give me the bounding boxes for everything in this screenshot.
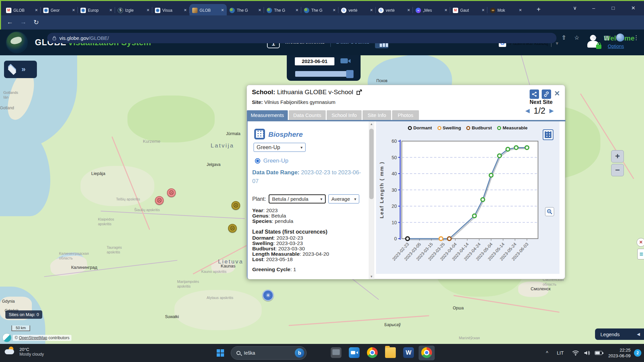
address-bar[interactable]: vis.globe.gov/GLOBE/ [47,33,556,43]
browser-tab-12[interactable]: MGaut✕ [450,4,487,16]
tab-close-icon[interactable]: ✕ [109,8,112,12]
date-slider-handle[interactable] [346,70,354,78]
site-marker-olive[interactable]: ☹ [228,224,237,233]
greenup-radio[interactable] [255,158,260,164]
tab-close-icon[interactable]: ✕ [147,8,150,12]
profile-avatar[interactable] [616,34,624,42]
notification-badge[interactable]: 2 [634,349,641,357]
tab-site-info[interactable]: Site Info [363,110,391,120]
browser-tab-9[interactable]: Gvertė✕ [338,4,376,16]
browser-tab-8[interactable]: The G✕ [301,4,338,16]
data-point-swelling[interactable] [439,237,443,241]
animation-camera-icon[interactable] [340,58,348,63]
new-tab-button[interactable]: + [537,6,541,13]
tray-chevron-icon[interactable]: ^ [546,350,548,356]
link-site-button[interactable] [542,89,551,99]
tab-close-icon[interactable]: ✕ [258,8,261,12]
browser-tab-11[interactable]: ⌁„Mes✕ [413,4,450,16]
back-button[interactable]: ← [7,18,13,26]
tab-close-icon[interactable]: ✕ [370,8,373,12]
edge-close-button[interactable]: ✕ [637,238,644,247]
task-view-icon[interactable] [331,347,341,358]
site-marker-pink[interactable]: ☹ [155,196,164,205]
tab-photos[interactable]: Photos [392,110,419,120]
data-point-dormant[interactable] [406,237,410,241]
tab-close-icon[interactable]: ✕ [519,8,522,12]
tab-close-icon[interactable]: ✕ [333,8,336,12]
legends-bar[interactable]: Legends ◀ [595,328,644,340]
battery-icon[interactable] [595,351,602,355]
window-close-button[interactable]: ✕ [629,5,638,11]
tab-close-icon[interactable]: ✕ [482,8,485,12]
extensions-icon[interactable]: ❖ [592,34,597,41]
legend-item-swelling[interactable]: Swelling [437,125,461,130]
data-point-measurable[interactable] [525,146,529,149]
taskbar-search[interactable]: Ieška b [231,346,307,360]
prev-site-arrow[interactable]: ◀ [525,107,530,114]
layers-control[interactable]: » [4,61,37,78]
browser-tab-5[interactable]: GLOB✕ [190,4,227,16]
site-marker-pink[interactable]: ☹ [167,188,176,197]
file-explorer-icon[interactable] [385,347,396,358]
data-point-budburst[interactable] [447,237,451,241]
share-site-button[interactable] [530,89,539,99]
map-zoom-out-button[interactable]: − [611,164,624,176]
reload-button[interactable]: ↻ [34,18,39,26]
open-school-icon[interactable] [356,89,363,96]
browser-tab-2[interactable]: Europ✕ [78,4,115,16]
data-point-measurable[interactable] [473,214,476,218]
legend-item-measurable[interactable]: Measurable [497,125,527,130]
scrollbar-thumb[interactable] [369,129,374,199]
tab-close-icon[interactable]: ✕ [221,8,224,12]
window-maximize-button[interactable]: □ [608,5,618,11]
tab-measurements[interactable]: Measurements [247,110,288,120]
speaker-icon[interactable] [583,350,591,356]
bing-icon[interactable]: b [295,348,304,358]
data-point-measurable[interactable] [506,147,510,151]
tab-close-icon[interactable]: ✕ [35,8,38,12]
site-marker-cluster[interactable]: ✳ [262,290,274,301]
browser-tab-6[interactable]: The G✕ [227,4,264,16]
tab-data-counts[interactable]: Data Counts [289,110,326,120]
options-link[interactable]: Options [608,44,624,49]
padlock-icon[interactable] [53,38,56,40]
forward-button[interactable]: → [20,18,26,26]
browser-tab-13[interactable]: ooMok✕ [487,4,525,16]
browser-menu-icon[interactable]: ⋮ [633,34,639,41]
legend-item-dormant[interactable]: Dormant [408,125,432,130]
protocol-select[interactable]: Green-Up ▾ [254,143,306,152]
data-point-measurable[interactable] [489,173,493,177]
biosphere-table-icon[interactable] [254,129,265,139]
globe-logo[interactable] [6,31,28,53]
layers-expand-icon[interactable]: » [21,65,25,74]
osm-link[interactable]: OpenStreetMap [19,336,47,340]
tab-close-icon[interactable]: ✕ [184,8,187,12]
data-point-measurable[interactable] [498,154,501,158]
tab-close-icon[interactable]: ✕ [407,8,410,12]
tab-school-info[interactable]: School Info [327,110,362,120]
edge-list-button[interactable]: ≣ [637,249,644,259]
legend-item-budburst[interactable]: Budburst [466,125,492,130]
tabsearch-chevron-icon[interactable]: ∨ [570,5,580,11]
next-site-arrow[interactable]: ▶ [549,107,554,114]
date-input[interactable]: 2023-06-01 [295,57,334,65]
keyboard-language[interactable]: LIT [557,350,564,356]
chrome-active-icon[interactable] [421,347,432,358]
site-marker-olive[interactable]: ☹ [231,201,240,210]
scroll-down-icon[interactable]: ▼ [369,274,374,279]
start-button[interactable] [217,349,224,357]
language-dropdown-icon[interactable]: ▼ [555,41,559,46]
data-point-measurable[interactable] [481,198,485,201]
camera-app-icon[interactable] [349,347,360,358]
attribution-toggle-icon[interactable] [2,333,11,342]
browser-tab-7[interactable]: The G✕ [264,4,301,16]
window-minimize-button[interactable]: – [589,5,598,11]
popup-close-icon[interactable]: ✕ [554,89,560,98]
browser-tab-1[interactable]: Geor✕ [41,4,78,16]
tab-close-icon[interactable]: ✕ [296,8,299,12]
bookmark-star-icon[interactable]: ☆ [574,34,579,41]
plant-select[interactable]: Betula / pendula ▾ [269,194,326,203]
chrome-icon[interactable] [367,347,378,358]
map-zoom-in-button[interactable]: + [611,150,624,163]
tab-close-icon[interactable]: ✕ [72,8,75,12]
